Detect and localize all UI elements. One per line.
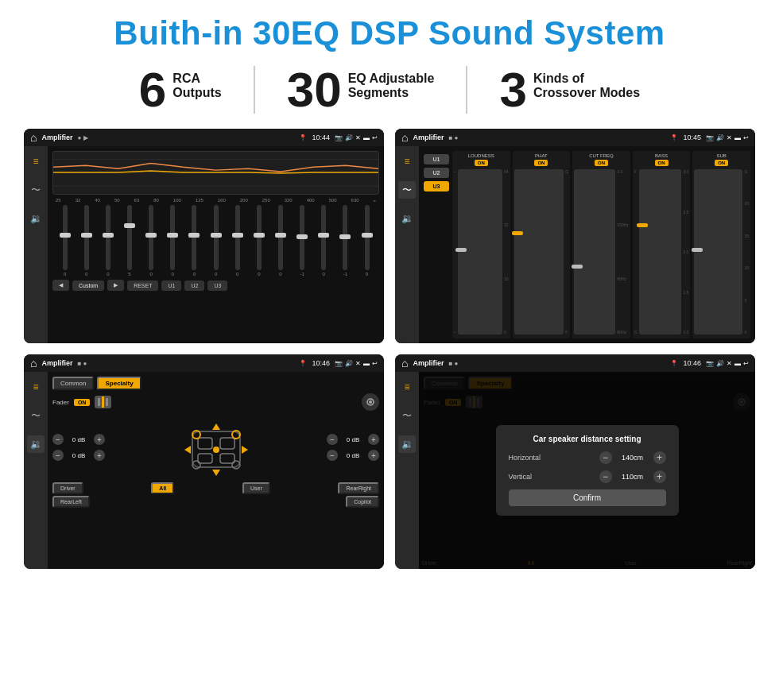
tab-common[interactable]: Common: [52, 377, 94, 390]
horizontal-control: − 140cm +: [599, 451, 666, 464]
copilot-btn[interactable]: Copilot: [346, 496, 379, 508]
slider-11[interactable]: 0: [269, 205, 291, 277]
vertical-minus[interactable]: −: [599, 470, 612, 483]
eq-u2-button[interactable]: U2: [184, 280, 204, 291]
minimize-icon-3[interactable]: ▬: [363, 360, 370, 367]
confirm-button[interactable]: Confirm: [509, 489, 666, 506]
eq-u1-button[interactable]: U1: [161, 280, 181, 291]
speaker-icon-2[interactable]: 🔉: [398, 210, 416, 227]
screen-title-3: Amplifier: [41, 359, 72, 367]
back-icon-3[interactable]: ↩: [372, 360, 378, 367]
eq-reset-button[interactable]: RESET: [127, 280, 158, 291]
home-icon-2[interactable]: ⌂: [401, 131, 408, 144]
slider-5[interactable]: 0: [141, 205, 162, 277]
location-icon-2: 📍: [670, 134, 678, 141]
status-icons-1: 📍 10:44 📷 🔊 ✕ ▬ ↩: [299, 133, 378, 141]
freq-more: »: [374, 198, 376, 203]
minimize-icon-2[interactable]: ▬: [734, 134, 741, 141]
slider-14[interactable]: -1: [335, 205, 356, 277]
close-icon-4[interactable]: ✕: [727, 360, 732, 367]
speaker-icon[interactable]: 🔉: [27, 210, 45, 227]
slider-12[interactable]: -1: [292, 205, 313, 277]
wave-icon-2[interactable]: 〜: [398, 181, 416, 199]
home-icon-1[interactable]: ⌂: [30, 131, 37, 144]
home-icon-3[interactable]: ⌂: [30, 357, 37, 369]
back-icon-4[interactable]: ↩: [743, 360, 749, 367]
bass-slider[interactable]: [639, 169, 682, 335]
eq-prev-button[interactable]: ◀: [52, 280, 69, 291]
slider-1[interactable]: 0: [54, 205, 76, 277]
fl-minus[interactable]: −: [52, 434, 64, 445]
tab-specialty[interactable]: Specialty: [97, 377, 141, 390]
minimize-icon-4[interactable]: ▬: [734, 360, 741, 367]
freq-400: 400: [307, 198, 315, 203]
stat-crossover-number: 3: [499, 65, 526, 114]
eq-icon-3[interactable]: ≡: [27, 378, 45, 396]
speaker-icon-3[interactable]: 🔉: [27, 435, 45, 453]
ch-sub-on[interactable]: ON: [715, 160, 728, 166]
slider-13[interactable]: 0: [313, 205, 335, 277]
driver-btn[interactable]: Driver: [52, 482, 83, 494]
ch-cutfreq-on[interactable]: ON: [595, 160, 608, 166]
minimize-icon-1[interactable]: ▬: [363, 134, 370, 141]
slider-4[interactable]: 5: [118, 205, 140, 277]
wave-icon-3[interactable]: 〜: [27, 407, 45, 424]
eq-u3-button[interactable]: U3: [207, 280, 227, 291]
close-icon-3[interactable]: ✕: [355, 360, 361, 367]
horizontal-plus[interactable]: +: [653, 451, 666, 464]
slider-9[interactable]: 0: [227, 205, 248, 277]
eq-icon-2[interactable]: ≡: [398, 153, 416, 170]
svg-marker-15: [212, 423, 220, 430]
slider-2[interactable]: 0: [76, 205, 97, 277]
rl-plus[interactable]: +: [94, 450, 105, 461]
rr-minus[interactable]: −: [327, 450, 338, 461]
fr-minus[interactable]: −: [327, 434, 338, 445]
wave-icon-4[interactable]: 〜: [398, 407, 416, 424]
loudness-slider[interactable]: [458, 169, 502, 335]
close-icon-1[interactable]: ✕: [355, 134, 361, 141]
sub-slider[interactable]: [694, 169, 742, 335]
rearright-btn[interactable]: RearRight: [338, 482, 379, 494]
stat-crossover-text: Kinds of Crossover Modes: [533, 65, 640, 100]
volume-icon-2: 🔊: [716, 134, 724, 141]
eq-icon[interactable]: ≡: [27, 153, 45, 170]
user-btn[interactable]: User: [242, 482, 270, 494]
slider-10[interactable]: 0: [248, 205, 269, 277]
fader-on-btn[interactable]: ON: [74, 399, 91, 406]
screen-body-4: ≡ 〜 🔉 Common Specialty Fader ON: [395, 372, 755, 569]
speaker-icon-4[interactable]: 🔉: [398, 435, 416, 453]
fr-plus[interactable]: +: [368, 434, 379, 445]
slider-3[interactable]: 0: [97, 205, 118, 277]
slider-6[interactable]: 0: [162, 205, 184, 277]
cutfreq-slider[interactable]: [574, 169, 615, 335]
preset-u3[interactable]: U3: [424, 181, 449, 191]
wave-icon[interactable]: 〜: [27, 181, 45, 199]
ch-loudness-on[interactable]: ON: [475, 160, 488, 166]
all-btn[interactable]: All: [151, 482, 174, 494]
side-icons-3: ≡ 〜 🔉: [24, 372, 48, 569]
rr-plus[interactable]: +: [368, 450, 379, 461]
preset-u2[interactable]: U2: [424, 168, 449, 178]
eq-next-button[interactable]: ▶: [107, 280, 124, 291]
back-icon-2[interactable]: ↩: [743, 134, 749, 141]
phat-slider[interactable]: [514, 169, 564, 335]
back-icon-1[interactable]: ↩: [372, 134, 378, 141]
close-icon-2[interactable]: ✕: [727, 134, 732, 141]
home-icon-4[interactable]: ⌂: [401, 357, 408, 369]
fl-plus[interactable]: +: [94, 434, 105, 445]
ch-bass-on[interactable]: ON: [655, 160, 669, 166]
settings-icon[interactable]: [362, 393, 379, 411]
slider-7[interactable]: 0: [184, 205, 205, 277]
slider-8[interactable]: 0: [205, 205, 227, 277]
ch-phat-on[interactable]: ON: [534, 160, 548, 166]
eq-icon-4[interactable]: ≡: [398, 378, 416, 396]
slider-15[interactable]: 0: [356, 205, 378, 277]
status-time-1: 10:44: [312, 133, 330, 141]
horizontal-minus[interactable]: −: [599, 451, 612, 464]
preset-u1[interactable]: U1: [424, 154, 449, 164]
rearleft-btn[interactable]: RearLeft: [52, 496, 90, 508]
svg-point-3: [369, 400, 372, 404]
rl-minus[interactable]: −: [52, 450, 64, 461]
vertical-plus[interactable]: +: [653, 470, 666, 483]
screen-eq: ⌂ Amplifier ● ▶ 📍 10:44 📷 🔊 ✕ ▬ ↩ ≡ 〜 🔉: [24, 129, 384, 343]
